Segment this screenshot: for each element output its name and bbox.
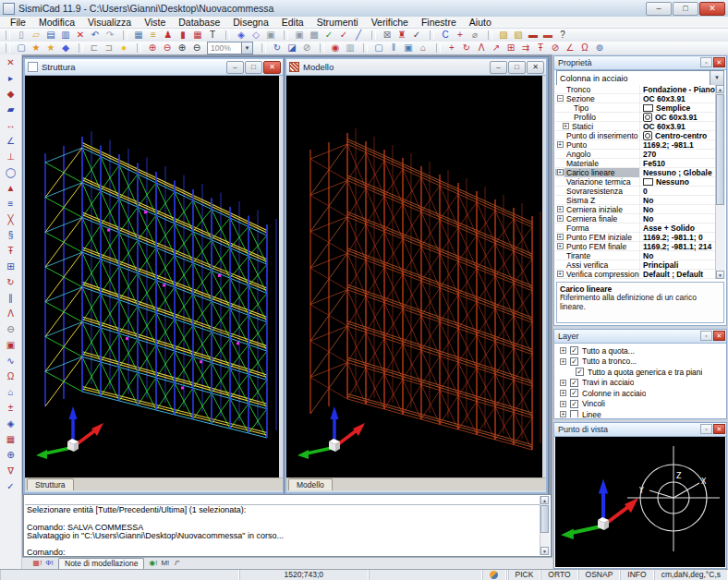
menu-visualizza[interactable]: Visualizza [81,17,138,29]
property-row[interactable]: TipoSemplice [555,103,716,113]
pin-icon[interactable]: ▫ [700,331,712,341]
draw-wall-icon[interactable]: ▰ [4,103,18,117]
draw-omega-icon[interactable]: Ω [4,370,18,384]
viewpoint-panel-titlebar[interactable]: Punto di vista ▫ ✕ [554,423,726,437]
modello-restore-button[interactable]: □ [508,61,526,74]
slab-hatch-2-icon[interactable]: ▧ [512,30,525,42]
property-row[interactable]: +Cerniera inizialeNo [555,205,716,214]
property-value[interactable]: 1169.2; -981.1; 0 [640,233,716,242]
expand-icon[interactable]: + [560,390,566,396]
property-row[interactable]: MaterialeFe510 [555,159,716,168]
save-icon[interactable]: ▤ [44,30,57,42]
property-value[interactable]: 0 [640,187,716,196]
layer-item[interactable]: +✓Tutto a tronco... [555,356,725,368]
draw-nabla-icon[interactable]: ∇ [4,465,18,478]
layer-item[interactable]: +✓Vincoli [555,399,725,410]
viewpoint-close-icon[interactable]: ✕ [713,424,725,434]
favorites-1-icon[interactable]: ★ [30,42,42,54]
redo-icon[interactable]: ↷ [103,30,116,42]
property-value[interactable]: Fondazione - Piano 1 [640,85,716,94]
weld-icon[interactable]: Ω [578,42,591,54]
property-value[interactable]: 270 [640,150,716,159]
struttura-minimize-button[interactable]: – [226,61,244,74]
hide-mode-icon[interactable]: ⊘ [300,42,313,54]
text-style-icon[interactable]: T [206,30,219,42]
draw-angle-icon[interactable]: ∠ [4,135,18,149]
layer-item[interactable]: ✓Tutto a quota generica e tra piani [555,367,725,378]
menu-file[interactable]: File [4,17,32,29]
modello-titlebar[interactable]: Modello – □ ✕ [286,59,546,76]
property-value[interactable]: Nessuno ; Globale [640,168,716,177]
property-row[interactable]: Variazione termicaNessuno [555,177,716,187]
import-icon[interactable]: ▥ [59,30,72,42]
property-row[interactable]: −SezioneOC 60x3.91 [555,94,716,103]
menu-verifiche[interactable]: Verifiche [365,17,415,29]
shade-mode-icon[interactable]: ◪ [285,42,298,54]
console-scrollbar[interactable]: ▲ ▼ [540,496,550,555]
trim-icon[interactable]: ⊘ [549,42,562,54]
expand-icon[interactable]: + [557,215,564,222]
zoom-in-icon[interactable]: ⊕ [176,42,188,54]
maximize-button[interactable]: □ [673,2,698,16]
expand-icon[interactable]: + [557,141,564,148]
slab-hatch-1-icon[interactable]: ▨ [497,30,510,42]
menu-disegna[interactable]: Disegna [226,17,275,29]
layer-checkbox[interactable] [570,410,578,417]
wall-red-1-icon[interactable]: ▬ [527,30,540,42]
layer-checkbox[interactable]: ✓ [570,389,578,397]
command-input[interactable] [25,496,540,505]
expand-icon[interactable]: + [563,123,569,129]
menu-strumenti[interactable]: Strumenti [310,17,365,29]
menu-finestre[interactable]: Finestre [415,17,463,29]
window-cascade-icon[interactable]: ▩ [308,30,321,42]
modello-close-button[interactable]: ✕ [527,61,544,74]
collapse-icon[interactable]: − [557,95,564,102]
move-icon[interactable]: + [445,42,458,54]
toggle-osnap[interactable]: OSNAP [578,570,621,580]
orbit-icon[interactable]: ↻ [271,42,284,54]
property-row[interactable]: ProfiloOC 60x3.91 [555,113,716,122]
scroll-up-icon[interactable]: ▲ [540,496,549,504]
scroll-down-icon[interactable]: ▼ [716,271,724,279]
join-icon[interactable]: ⊚ [593,42,606,54]
expand-icon[interactable]: + [560,380,566,386]
layer-item[interactable]: +Linee [555,409,725,417]
draw-panel-icon[interactable]: ▣ [4,339,18,353]
scroll-down-icon[interactable]: ▼ [540,547,549,555]
property-row[interactable]: Sovraresistenza0 [555,187,716,196]
property-row[interactable]: Assi verificaPrincipali [555,260,716,270]
property-value[interactable]: Asse + Solido [640,224,716,233]
find-notes-icon[interactable]: M! [159,558,171,569]
draw-axis-icon[interactable]: ↔ [4,119,18,133]
draw-ok-icon[interactable]: ✓ [4,480,18,494]
property-row[interactable]: Angolo270 [555,150,716,159]
property-row[interactable]: +Punto FEM iniziale1169.2; -981.1; 0 [555,233,716,242]
draw-circle-icon[interactable]: ◯ [4,166,18,180]
viewpoint-canvas[interactable]: ZXY [555,437,725,567]
draft-notes-icon[interactable]: /" [171,558,183,569]
menu-modifica[interactable]: Modifica [32,17,81,29]
modello-minimize-button[interactable]: – [490,61,507,74]
layer-checkbox[interactable]: ✓ [570,346,578,355]
layer-checkbox[interactable]: ✓ [570,357,578,366]
window-tile-icon[interactable]: ▣ [293,30,306,42]
sketch-line-icon[interactable]: ╱ [352,30,365,42]
minimize-button[interactable]: – [646,2,672,16]
mirror-icon[interactable]: Λ [475,42,488,54]
draw-section-icon[interactable]: § [4,229,18,243]
expand-icon[interactable]: + [557,243,564,249]
tab-note-di-modellazione[interactable]: Note di modellazione [58,558,144,569]
draw-parallel-icon[interactable]: ∥ [4,292,18,306]
property-value[interactable]: Semplice [640,103,716,113]
chevron-down-icon[interactable]: ▼ [710,71,723,85]
modello-viewport[interactable] [286,76,542,477]
modello-tab[interactable]: Modello [288,478,333,490]
entity-type-combo[interactable]: Colonna in acciaio ▼ [556,70,724,86]
draw-tri-icon[interactable]: ▲ [4,182,18,196]
zoom-window-red-icon[interactable]: ⊕ [146,42,159,54]
property-value[interactable]: No [640,205,716,214]
draw-wave-icon[interactable]: ∿ [4,355,18,369]
toggle-info[interactable]: INFO [620,570,653,580]
expand-icon[interactable]: + [557,271,564,277]
property-value[interactable]: No [640,251,716,260]
